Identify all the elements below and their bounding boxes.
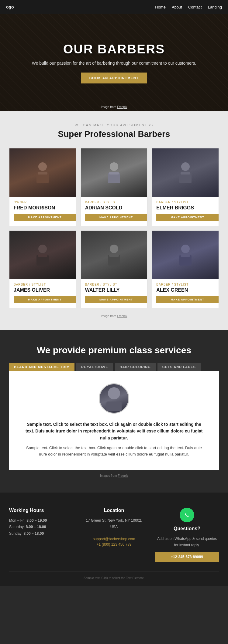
footer: Working Hours Mon – Fri: 8.00 – 19.00 Sa… [0, 493, 228, 586]
services-tabs: BEARD AND MUSTACHE TRIM ROYAL SHAVE HAIR… [9, 363, 219, 371]
appt-btn-james[interactable]: MAKE APPOINTMENT [14, 296, 76, 303]
book-appointment-button[interactable]: BOOK AN APPOINTMENT [81, 73, 147, 83]
nav-links: Home About Contact Landing [155, 5, 222, 9]
hero-subtitle: We build our passion for the art of barb… [32, 60, 196, 66]
nav-home[interactable]: Home [155, 5, 166, 9]
footer-grid: Working Hours Mon – Fri: 8.00 – 19.00 Sa… [9, 508, 219, 562]
barbers-section: WE CAN MAKE YOUR AWESOMENESS Super Profe… [0, 111, 228, 330]
navbar: ogo Home About Contact Landing [0, 0, 228, 14]
whatsapp-button[interactable]: +12-345-678-89089 [155, 552, 219, 562]
services-credit-text: Images from [100, 474, 118, 477]
tab-beard[interactable]: BEARD AND MUSTACHE TRIM [9, 363, 74, 371]
footer-working-hours: Working Hours Mon – Fri: 8.00 – 19.00 Sa… [9, 508, 73, 562]
whatsapp-icon [180, 508, 194, 522]
svg-point-3 [110, 162, 118, 171]
tab-shave[interactable]: ROYAL SHAVE [76, 363, 113, 371]
barber-card-adrian: BARBER / STYLIST ADRIAN SCOLD MAKE APPOI… [81, 148, 148, 226]
footer-location: Location 17 Green St, New York, NY 10002… [82, 508, 146, 562]
working-hours-row-2: Sunday: 8.00 – 18.00 [9, 530, 73, 537]
nav-landing[interactable]: Landing [208, 5, 222, 9]
hero-title: OUR BARBERS [32, 42, 196, 56]
location-address: 17 Green St, New York, NY 10002, USA [82, 517, 146, 530]
barber-info-james: BARBER / STYLIST JAMES OLIVER [9, 279, 76, 296]
barber-photo-alex [152, 231, 219, 279]
service-text-bold: Sample text. Click to select the text bo… [24, 421, 204, 441]
barber-photo-elmer [152, 148, 219, 197]
logo: ogo [6, 5, 14, 9]
appt-btn-fred[interactable]: MAKE APPOINTMENT [14, 214, 76, 221]
barber-info-walter: BARBER / STYLIST WALTER LILLY [81, 279, 147, 296]
barber-card-fred: OWNER FRED MORRISON MAKE APPOINTMENT [9, 148, 76, 226]
barber-name-walter: WALTER LILLY [85, 287, 143, 293]
hero-section: OUR BARBERS We build our passion for the… [0, 14, 228, 111]
location-phone[interactable]: +1 (800) 123 456 789 [96, 542, 131, 547]
location-title: Location [82, 508, 146, 513]
barber-info-fred: OWNER FRED MORRISON [9, 197, 76, 214]
services-section: We provide premium class services BEARD … [0, 330, 228, 493]
nav-about[interactable]: About [172, 5, 182, 9]
barber-card-james: BARBER / STYLIST JAMES OLIVER MAKE APPOI… [9, 230, 76, 308]
service-avatar [99, 383, 129, 414]
barbers-credit-link[interactable]: Freepik [117, 314, 127, 318]
barbers-eyebrow: WE CAN MAKE YOUR AWESOMENESS [9, 123, 219, 127]
hero-credit-link[interactable]: Freepik [117, 105, 127, 109]
barber-role-james: BARBER / STYLIST [14, 283, 72, 286]
appt-btn-walter[interactable]: MAKE APPOINTMENT [85, 296, 147, 303]
services-title: We provide premium class services [9, 345, 219, 355]
barber-card-alex: BARBER / STYLIST ALEX GREEN MAKE APPOINT… [152, 230, 219, 308]
svg-rect-8 [181, 172, 190, 175]
service-panel: Sample text. Click to select the text bo… [9, 371, 219, 470]
location-email[interactable]: support@barbershop.com [93, 537, 135, 541]
barber-info-elmer: BARBER / STYLIST ELMER BRIGGS [152, 197, 219, 214]
tab-color[interactable]: HAIR COLORING [115, 363, 156, 371]
barber-info-alex: BARBER / STYLIST ALEX GREEN [152, 279, 219, 296]
barber-photo-fred [9, 148, 76, 197]
barber-name-fred: FRED MORRISON [14, 205, 72, 211]
svg-rect-19 [106, 402, 122, 411]
barbers-title: Super Professional Barbers [9, 129, 219, 139]
svg-point-15 [181, 245, 190, 253]
appt-btn-alex[interactable]: MAKE APPOINTMENT [156, 296, 219, 303]
questions-title: Questions? [155, 526, 219, 531]
service-text: Sample text. Click to select the text bo… [24, 445, 204, 458]
svg-rect-11 [38, 254, 47, 257]
svg-rect-5 [109, 172, 119, 175]
svg-point-12 [110, 245, 118, 253]
tab-cuts[interactable]: CUTS AND FADES [157, 363, 201, 371]
services-credit-link[interactable]: Freepik [118, 474, 128, 477]
barber-name-alex: ALEX GREEN [156, 287, 214, 293]
questions-text: Add us on WhatsApp & send queries for in… [155, 536, 219, 549]
footer-questions: Questions? Add us on WhatsApp & send que… [155, 508, 219, 562]
footer-bottom: Sample text. Click to select the Text El… [9, 571, 219, 580]
hero-credit: Image from Freepik [101, 105, 127, 109]
hero-content: OUR BARBERS We build our passion for the… [32, 42, 196, 83]
svg-rect-2 [38, 172, 47, 175]
barber-card-elmer: BARBER / STYLIST ELMER BRIGGS MAKE APPOI… [152, 148, 219, 226]
working-hours-row-1: Saturday: 8.00 – 18.00 [9, 524, 73, 530]
svg-point-9 [38, 245, 47, 253]
barber-role-elmer: BARBER / STYLIST [156, 201, 214, 204]
barber-photo-adrian [81, 148, 147, 197]
barber-name-adrian: ADRIAN SCOLD [85, 205, 143, 211]
barber-name-james: JAMES OLIVER [14, 287, 72, 293]
svg-point-18 [108, 387, 120, 399]
footer-bottom-text: Sample text. Click to select the Text El… [84, 576, 144, 580]
barber-photo-walter [81, 231, 147, 279]
svg-point-0 [38, 162, 47, 171]
barber-role-walter: BARBER / STYLIST [85, 283, 143, 286]
hero-credit-text: Image from [101, 105, 117, 109]
barber-role-alex: BARBER / STYLIST [156, 283, 214, 286]
barber-photo-james [9, 231, 76, 279]
working-hours-title: Working Hours [9, 508, 73, 513]
appt-btn-adrian[interactable]: MAKE APPOINTMENT [85, 214, 147, 221]
barber-card-walter: BARBER / STYLIST WALTER LILLY MAKE APPOI… [81, 230, 148, 308]
svg-point-6 [181, 162, 190, 171]
services-credit: Images from Freepik [9, 474, 219, 477]
barbers-credit: Image from Freepik [9, 314, 219, 318]
barber-name-elmer: ELMER BRIGGS [156, 205, 214, 211]
barber-info-adrian: BARBER / STYLIST ADRIAN SCOLD [81, 197, 147, 214]
nav-contact[interactable]: Contact [188, 5, 202, 9]
working-hours-row-0: Mon – Fri: 8.00 – 19.00 [9, 517, 73, 524]
barber-role-adrian: BARBER / STYLIST [85, 201, 143, 204]
appt-btn-elmer[interactable]: MAKE APPOINTMENT [156, 214, 219, 221]
